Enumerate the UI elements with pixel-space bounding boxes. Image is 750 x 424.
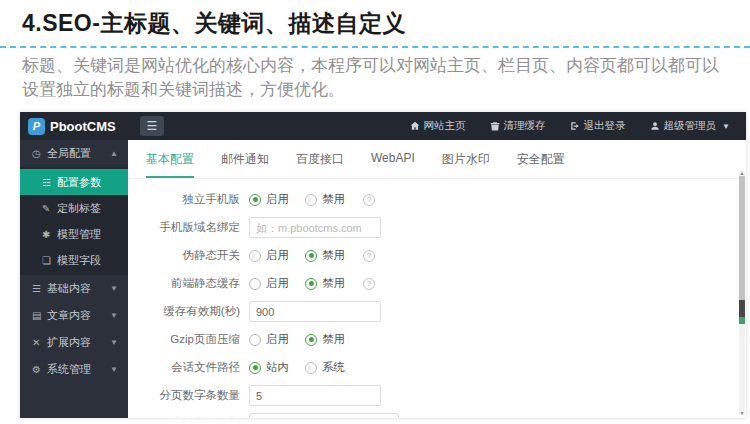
form-row-page-numbers: 分页数字条数量 xyxy=(128,385,746,406)
radio-enable[interactable]: 启用 xyxy=(249,332,289,347)
radio-disable[interactable]: 禁用 xyxy=(305,332,345,347)
radio-enable[interactable]: 启用 xyxy=(249,248,289,263)
page-numbers-input[interactable] xyxy=(249,385,381,406)
radio-onsite[interactable]: 站内 xyxy=(249,360,289,375)
scrollbar-thumb[interactable] xyxy=(739,176,745,313)
tab-webapi[interactable]: WebAPI xyxy=(371,151,415,178)
sidebar-item-model-manage[interactable]: ✱ 模型管理 xyxy=(20,221,128,247)
form-row-mobile-domain: 手机版域名绑定 xyxy=(128,217,746,238)
content-scrollbar[interactable]: ▲ ▼ xyxy=(739,171,745,415)
radio-disable[interactable]: 禁用 xyxy=(305,276,345,291)
config-tabs: 基本配置 邮件通知 百度接口 WebAPI 图片水印 安全配置 xyxy=(128,140,746,179)
trash-icon xyxy=(490,121,500,131)
sliders-icon: ☷ xyxy=(42,177,57,188)
form-row-session-path: 会话文件路径 站内 系统 xyxy=(128,357,746,378)
radio-enable[interactable]: 启用 xyxy=(249,192,289,207)
hamburger-menu-icon[interactable]: ☰ xyxy=(140,116,164,136)
expand-icon: ✕ xyxy=(32,337,47,348)
menu-logout[interactable]: 退出登录 xyxy=(570,119,626,133)
cache-ttl-input[interactable] xyxy=(249,301,381,322)
sidebar-submenu: ☷ 配置参数 ✎ 定制标签 ✱ 模型管理 ❏ 模型字段 xyxy=(20,167,128,275)
sidebar-group-basic-content[interactable]: ☰ 基础内容 ▼ xyxy=(20,275,128,302)
chevron-down-icon: ▼ xyxy=(110,284,118,293)
tab-baidu-api[interactable]: 百度接口 xyxy=(296,151,344,178)
help-icon[interactable]: ? xyxy=(363,250,375,262)
topbar-menu: 网站主页 清理缓存 退出登录 超级管理员 ▼ xyxy=(410,119,746,133)
page-title: 4.SEO-主标题、关键词、描述自定义 xyxy=(22,8,728,39)
sidebar-group-article-content[interactable]: ▤ 文章内容 ▼ xyxy=(20,302,128,329)
model-icon: ✱ xyxy=(42,229,57,240)
sidebar-item-model-fields[interactable]: ❏ 模型字段 xyxy=(20,247,128,273)
tab-watermark[interactable]: 图片水印 xyxy=(442,151,490,178)
help-icon[interactable]: ? xyxy=(363,194,375,206)
form-row-mobile-version: 独立手机版 启用 禁用 ? xyxy=(128,189,746,210)
chevron-up-icon: ▲ xyxy=(110,149,118,158)
chevron-down-icon: ▼ xyxy=(110,311,118,320)
scroll-down-icon[interactable]: ▼ xyxy=(739,410,745,416)
radio-disable[interactable]: 禁用 xyxy=(305,248,345,263)
content-panel: 基本配置 邮件通知 百度接口 WebAPI 图片水印 安全配置 独立手机版 启用… xyxy=(128,140,746,418)
radio-disable[interactable]: 禁用 xyxy=(305,192,345,207)
form-row-front-cache: 前端静态缓存 启用 禁用 ? xyxy=(128,273,746,294)
menu-clear-cache[interactable]: 清理缓存 xyxy=(490,119,546,133)
innerlink-replace-input[interactable] xyxy=(249,413,399,418)
brand-name: PbootCMS xyxy=(50,119,116,134)
field-icon: ❏ xyxy=(42,255,57,266)
chevron-down-icon: ▼ xyxy=(110,338,118,347)
form-row-innerlink-replace: 内链替换次数 xyxy=(128,413,746,418)
clock-icon: ◷ xyxy=(32,148,47,159)
home-icon xyxy=(410,121,420,131)
chevron-down-icon: ▼ xyxy=(722,122,730,131)
sidebar-group-extend-content[interactable]: ✕ 扩展内容 ▼ xyxy=(20,329,128,356)
wrench-icon: ✎ xyxy=(42,203,57,214)
scrollbar-green-segment xyxy=(739,317,745,324)
page-description: 标题、关键词是网站优化的核心内容，本程序可以对网站主页、栏目页、内容页都可以都可… xyxy=(0,48,750,102)
form-row-cache-ttl: 缓存有效期(秒) xyxy=(128,301,746,322)
sidebar: ◷ 全局配置 ▲ ☷ 配置参数 ✎ 定制标签 ✱ 模型管理 ❏ 模型字段 ☰ xyxy=(20,140,128,418)
help-icon[interactable]: ? xyxy=(363,278,375,290)
document-icon: ▤ xyxy=(32,310,47,321)
form-row-gzip: Gzip页面压缩 启用 禁用 xyxy=(128,329,746,350)
user-icon xyxy=(650,121,660,131)
menu-admin-user[interactable]: 超级管理员 ▼ xyxy=(650,119,730,133)
mobile-domain-input[interactable] xyxy=(249,217,381,238)
gear-icon: ⚙ xyxy=(32,364,47,375)
doc-header: 4.SEO-主标题、关键词、描述自定义 xyxy=(0,0,750,39)
admin-screenshot: P PbootCMS ☰ 网站主页 清理缓存 退出登录 超级管理员 ▼ xyxy=(20,112,746,418)
menu-site-home[interactable]: 网站主页 xyxy=(410,119,466,133)
logout-icon xyxy=(570,121,580,131)
list-icon: ☰ xyxy=(32,283,47,294)
tab-mail-notify[interactable]: 邮件通知 xyxy=(221,151,269,178)
sidebar-item-config-params[interactable]: ☷ 配置参数 xyxy=(20,169,128,195)
tab-basic-config[interactable]: 基本配置 xyxy=(146,151,194,178)
tab-security[interactable]: 安全配置 xyxy=(517,151,565,178)
radio-system[interactable]: 系统 xyxy=(305,360,345,375)
admin-topbar: P PbootCMS ☰ 网站主页 清理缓存 退出登录 超级管理员 ▼ xyxy=(20,112,746,140)
pbootcms-logo-icon: P xyxy=(28,118,45,135)
chevron-down-icon: ▼ xyxy=(110,365,118,374)
radio-enable[interactable]: 启用 xyxy=(249,276,289,291)
brand-logo[interactable]: P PbootCMS xyxy=(20,118,128,135)
sidebar-item-custom-tags[interactable]: ✎ 定制标签 xyxy=(20,195,128,221)
sidebar-group-global-config[interactable]: ◷ 全局配置 ▲ xyxy=(20,140,128,167)
sidebar-group-system-manage[interactable]: ⚙ 系统管理 ▼ xyxy=(20,356,128,383)
config-form: 独立手机版 启用 禁用 ? 手机版域名绑定 伪静态开关 启用 禁用 ? 前端静态… xyxy=(128,179,746,418)
form-row-pseudo-static: 伪静态开关 启用 禁用 ? xyxy=(128,245,746,266)
